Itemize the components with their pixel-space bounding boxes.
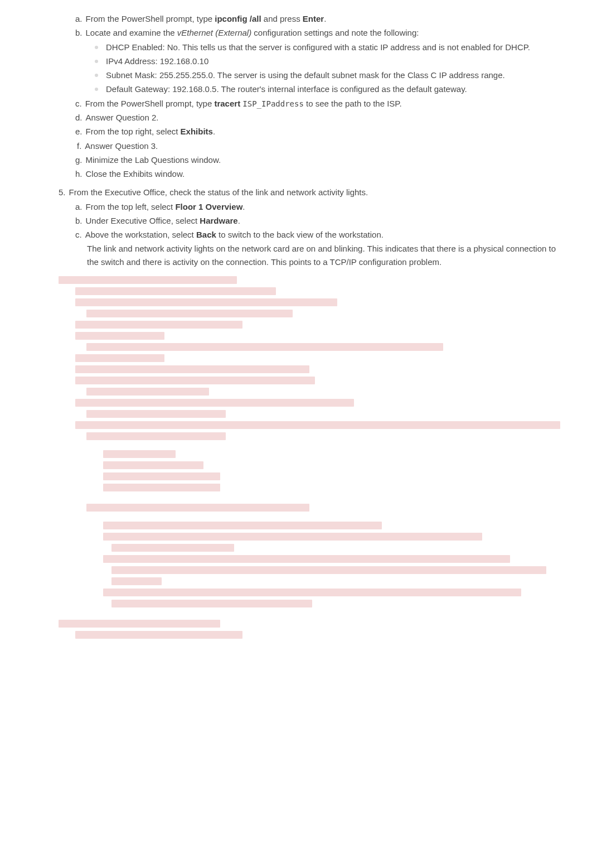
bullet-text: IPv4 Address: 192.168.0.10: [106, 56, 208, 66]
substep-d: d. Answer Question 2.: [75, 111, 570, 124]
document-page: a. From the PowerShell prompt, type ipco…: [0, 0, 592, 664]
text: From the PowerShell prompt, type: [85, 99, 215, 108]
step5-b-content: Under Executive Office, select Hardware.: [86, 214, 570, 227]
substep-g-text: Minimize the Lab Questions window.: [86, 153, 570, 166]
step-5-marker: 5.: [59, 186, 66, 199]
substep-f: f. Answer Question 3.: [75, 139, 570, 152]
cmd-arg: ISP_IPaddress: [242, 99, 304, 108]
substep-e-content: From the top right, select Exhibits.: [86, 125, 570, 138]
substep-c: c. From the PowerShell prompt, type trac…: [75, 97, 570, 110]
redacted-region: [22, 276, 570, 639]
bullet-icon: [95, 42, 106, 52]
bullet-subnet: Subnet Mask: 255.255.255.0. The server i…: [95, 69, 570, 81]
substep-a: a. From the PowerShell prompt, type ipco…: [75, 12, 570, 25]
bullet-ipv4: IPv4 Address: 192.168.0.10: [95, 55, 570, 67]
step5-a-marker: a.: [75, 200, 83, 213]
bullet-dhcp: DHCP Enabled: No. This tells us that the…: [95, 41, 570, 54]
text: .: [213, 127, 215, 136]
substep-c-content: From the PowerShell prompt, type tracert…: [85, 97, 570, 110]
text: From the top left, select: [86, 202, 176, 211]
key-enter: Enter: [303, 14, 324, 23]
step5-a: a. From the top left, select Floor 1 Ove…: [75, 200, 570, 213]
substep-e-marker: e.: [75, 125, 83, 138]
step-5: 5. From the Executive Office, check the …: [59, 186, 570, 199]
bullet-icon: [95, 70, 106, 80]
bullet-text: DHCP Enabled: No. This tells us that the…: [106, 42, 530, 52]
cmd-ipconfig: ipconfig /all: [215, 14, 261, 23]
substep-e: e. From the top right, select Exhibits.: [75, 125, 570, 138]
text: and press: [261, 14, 303, 23]
text: to switch to the back view of the workst…: [216, 230, 384, 239]
substep-d-marker: d.: [75, 111, 83, 124]
text: Above the workstation, select: [85, 230, 196, 239]
substep-h-text: Close the Exhibits window.: [86, 167, 570, 180]
bullet-icon: [95, 84, 106, 94]
substep-h: h. Close the Exhibits window.: [75, 167, 570, 180]
step5-c-content: Above the workstation, select Back to sw…: [85, 228, 570, 241]
text: From the top right, select: [86, 127, 181, 136]
vethernet-name: vEthernet (External): [177, 28, 251, 37]
step5-b: b. Under Executive Office, select Hardwa…: [75, 214, 570, 227]
step-5-text: From the Executive Office, check the sta…: [69, 186, 570, 199]
cmd-tracert: tracert: [214, 99, 240, 108]
substep-b-marker: b.: [75, 26, 83, 39]
step5-c: c. Above the workstation, select Back to…: [75, 228, 570, 241]
substep-a-marker: a.: [75, 12, 83, 25]
substep-b-content: Locate and examine the vEthernet (Extern…: [86, 26, 570, 39]
step5-b-marker: b.: [75, 214, 83, 227]
text: .: [242, 202, 245, 211]
bullet-text: Default Gateway: 192.168.0.5. The router…: [106, 84, 467, 94]
floor1-label: Floor 1 Overview: [175, 202, 242, 211]
text: .: [238, 216, 240, 225]
hardware-label: Hardware: [200, 216, 237, 225]
step5-c-note: The link and network activity lights on …: [87, 242, 570, 268]
substep-g: g. Minimize the Lab Questions window.: [75, 153, 570, 166]
text: to see the path to the ISP.: [304, 99, 402, 108]
text: From the PowerShell prompt, type: [86, 14, 215, 23]
text: .: [324, 14, 326, 23]
bullet-gateway: Default Gateway: 192.168.0.5. The router…: [95, 83, 570, 95]
substep-d-text: Answer Question 2.: [86, 111, 570, 124]
exhibits-label: Exhibits: [181, 127, 213, 136]
substep-g-marker: g.: [75, 153, 83, 166]
substep-h-marker: h.: [75, 167, 83, 180]
substep-a-content: From the PowerShell prompt, type ipconfi…: [86, 12, 570, 25]
substep-b: b. Locate and examine the vEthernet (Ext…: [75, 26, 570, 39]
substep-c-marker: c.: [75, 97, 82, 110]
substep-f-text: Answer Question 3.: [85, 139, 570, 152]
bullet-text: Subnet Mask: 255.255.255.0. The server i…: [106, 70, 505, 80]
text: Under Executive Office, select: [86, 216, 200, 225]
back-label: Back: [196, 230, 216, 239]
text: Locate and examine the: [86, 28, 177, 37]
step5-a-content: From the top left, select Floor 1 Overvi…: [86, 200, 570, 213]
bullet-icon: [95, 56, 106, 66]
step5-c-marker: c.: [75, 228, 82, 241]
text: configuration settings and note the foll…: [251, 28, 419, 37]
substep-f-marker: f.: [77, 139, 81, 152]
